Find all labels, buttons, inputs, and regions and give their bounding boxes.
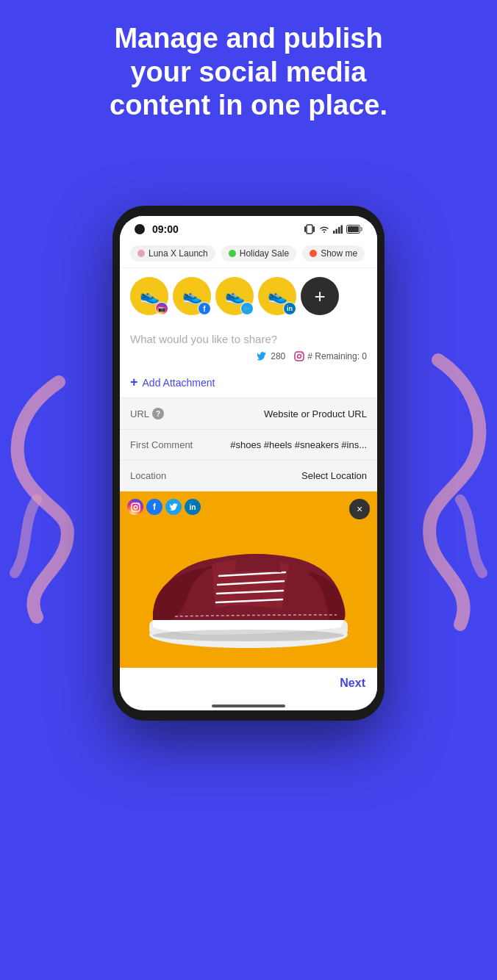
next-row: Next <box>120 668 377 699</box>
tag-dot-showme <box>310 250 317 257</box>
phone-mockup: 09:00 Luna X Launch Holiday Sale <box>112 206 385 721</box>
avatar-3[interactable]: 👟 🐦 <box>215 277 254 315</box>
url-help-icon[interactable]: ? <box>152 408 164 419</box>
svg-rect-5 <box>338 227 340 234</box>
svg-point-21 <box>137 504 138 505</box>
instagram-remaining: # Remaining: 0 <box>307 351 367 361</box>
twitter-counter: 280 <box>257 351 285 361</box>
tag-label-showme: Show me <box>321 248 357 259</box>
location-label: Location <box>130 470 166 481</box>
add-attachment-row[interactable]: + Add Attachment <box>120 367 377 398</box>
fields-section: URL ? Website or Product URL First Comme… <box>120 398 377 491</box>
image-ig-badge <box>127 499 143 515</box>
tag-dot-luna <box>137 250 145 257</box>
avatar-badge-fb: f <box>198 302 211 315</box>
avatar-row: 👟 📷 👟 f 👟 🐦 👟 in + <box>120 268 377 324</box>
add-account-label: + <box>314 285 325 308</box>
twitter-icon <box>257 352 268 361</box>
vibrate-icon <box>304 224 315 234</box>
instagram-icon-counter <box>294 351 304 361</box>
svg-rect-2 <box>307 225 312 234</box>
shoe-svg <box>131 506 366 653</box>
attachment-label: Add Attachment <box>143 377 215 389</box>
first-comment-field-row[interactable]: First Comment #shoes #heels #sneakers #i… <box>120 430 377 461</box>
svg-rect-0 <box>304 226 306 232</box>
filter-tag-showme[interactable]: Show me <box>302 245 365 262</box>
url-label-text: URL <box>130 408 149 419</box>
status-time: 09:00 <box>152 223 179 235</box>
avatar-1[interactable]: 👟 📷 <box>130 277 168 315</box>
location-value: Select Location <box>301 470 367 481</box>
close-icon: × <box>357 503 362 515</box>
url-label: URL ? <box>130 408 164 419</box>
add-account-button[interactable]: + <box>301 277 339 315</box>
status-icons <box>304 224 362 234</box>
shoe-image <box>120 491 377 668</box>
swirl-left-decoration <box>0 367 96 624</box>
first-comment-value: #shoes #heels #sneakers #ins... <box>230 439 367 450</box>
next-button[interactable]: Next <box>340 677 365 690</box>
avatar-2[interactable]: 👟 f <box>173 277 211 315</box>
tag-dot-holiday <box>229 250 236 257</box>
avatar-badge-ig: 📷 <box>155 302 168 315</box>
url-field-row[interactable]: URL ? Website or Product URL <box>120 398 377 430</box>
signal-icon <box>333 225 343 234</box>
attachment-plus-icon: + <box>130 375 138 390</box>
svg-rect-9 <box>295 352 304 361</box>
svg-point-10 <box>298 355 301 359</box>
avatar-4[interactable]: 👟 in <box>258 277 296 315</box>
wifi-icon <box>318 225 330 234</box>
headline-line3: content in one place. <box>110 90 387 120</box>
camera-dot <box>135 224 145 234</box>
headline-line2: your social media <box>130 57 366 87</box>
svg-point-11 <box>301 353 303 355</box>
svg-rect-19 <box>131 502 139 511</box>
image-social-icons: f in <box>127 499 201 515</box>
url-value: Website or Product URL <box>264 408 367 419</box>
filter-tag-holiday[interactable]: Holiday Sale <box>221 245 296 262</box>
avatar-badge-tw: 🐦 <box>240 302 254 315</box>
headline: Manage and publish your social media con… <box>0 22 497 123</box>
home-bar <box>212 705 285 707</box>
status-bar: 09:00 <box>120 216 377 239</box>
image-fb-badge: f <box>146 499 162 515</box>
svg-point-18 <box>153 630 344 641</box>
image-close-button[interactable]: × <box>349 499 370 519</box>
location-field-row[interactable]: Location Select Location <box>120 461 377 491</box>
image-li-badge: in <box>185 499 201 515</box>
filter-bar: Luna X Launch Holiday Sale Show me <box>120 239 377 268</box>
compose-placeholder: What would you like to share? <box>130 333 367 345</box>
twitter-count: 280 <box>271 351 285 361</box>
home-indicator <box>120 699 377 710</box>
tag-label-luna: Luna X Launch <box>149 248 208 259</box>
svg-rect-8 <box>348 226 359 232</box>
image-tw-badge <box>165 499 182 515</box>
svg-point-20 <box>134 505 137 509</box>
svg-rect-6 <box>341 226 343 234</box>
compose-counters: 280 # Remaining: 0 <box>130 351 367 361</box>
svg-rect-4 <box>336 229 338 234</box>
swirl-right-decoration <box>409 353 497 661</box>
instagram-counter: # Remaining: 0 <box>294 351 367 361</box>
svg-rect-1 <box>313 226 315 232</box>
battery-icon <box>346 225 362 234</box>
tag-label-holiday: Holiday Sale <box>240 248 289 259</box>
phone-screen: 09:00 Luna X Launch Holiday Sale <box>120 216 377 710</box>
avatar-badge-li: in <box>283 302 296 315</box>
filter-tag-luna[interactable]: Luna X Launch <box>130 245 215 262</box>
headline-line1: Manage and publish <box>114 23 382 54</box>
compose-area[interactable]: What would you like to share? 280 # Rema… <box>120 324 377 367</box>
svg-rect-3 <box>333 231 335 234</box>
first-comment-label: First Comment <box>130 439 193 450</box>
image-attachment: f in × <box>120 491 377 668</box>
